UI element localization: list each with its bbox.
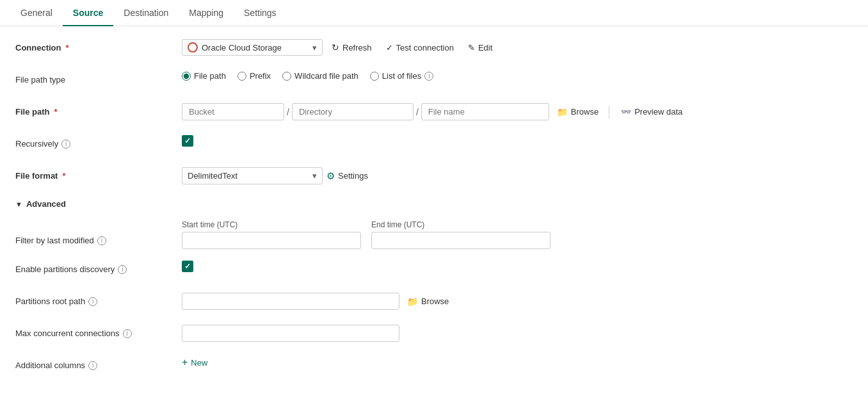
file-path-type-label: File path type [15, 71, 182, 85]
recursively-label: Recursively i [15, 135, 182, 149]
format-chevron-icon: ▾ [312, 171, 317, 181]
file-format-control: DelimitedText ▾ ⚙ Settings [182, 167, 853, 184]
recursively-control [182, 135, 853, 147]
file-path-required: * [54, 107, 57, 117]
start-time-label: Start time (UTC) [182, 220, 361, 229]
utc-row: Start time (UTC) End time (UTC) [182, 220, 551, 249]
advanced-section[interactable]: ▼ Advanced [15, 199, 853, 209]
connection-dropdown[interactable]: Oracle Cloud Storage ▾ [182, 39, 323, 56]
connection-required: * [66, 43, 69, 53]
partitions-root-info-icon[interactable]: i [88, 297, 97, 306]
test-icon: ✓ [386, 43, 393, 53]
tab-source[interactable]: Source [63, 0, 113, 26]
tab-general[interactable]: General [10, 0, 63, 26]
end-time-label: End time (UTC) [371, 220, 551, 229]
end-time-input[interactable] [371, 232, 551, 249]
file-path-type-row: File path type File path Prefix Wildcard… [15, 71, 853, 92]
recursively-row: Recursively i [15, 135, 853, 156]
connection-label: Connection * [15, 39, 182, 53]
partitions-root-label: Partitions root path i [15, 293, 182, 306]
partitions-root-control: 📁 Browse [182, 293, 853, 310]
file-path-group: / / [182, 103, 549, 120]
vertical-divider [609, 106, 609, 118]
enable-partitions-checkbox[interactable] [182, 261, 193, 272]
partitions-folder-icon: 📁 [407, 296, 418, 307]
chevron-down-icon: ▼ [15, 200, 22, 208]
test-connection-button[interactable]: ✓ Test connection [381, 40, 459, 55]
radio-file-path[interactable]: File path [182, 71, 226, 81]
filter-modified-row: Filter by last modified i Start time (UT… [15, 220, 853, 249]
max-connections-input[interactable] [182, 325, 399, 342]
tab-bar: General Source Destination Mapping Setti… [0, 0, 868, 26]
separator-1: / [287, 107, 289, 117]
format-settings-button[interactable]: ⚙ Settings [326, 170, 368, 182]
file-path-row: File path * / / 📁 Browse 👓 Preview data [15, 103, 853, 124]
start-time-input[interactable] [182, 232, 361, 249]
refresh-button[interactable]: ↻ Refresh [326, 40, 377, 55]
start-time-col: Start time (UTC) [182, 220, 361, 249]
enable-partitions-control [182, 261, 853, 272]
bucket-input[interactable] [182, 103, 284, 120]
radio-prefix[interactable]: Prefix [237, 71, 271, 81]
max-connections-info-icon[interactable]: i [123, 329, 132, 338]
filter-modified-control: Start time (UTC) End time (UTC) [182, 220, 853, 249]
refresh-icon: ↻ [332, 42, 339, 53]
enable-partitions-row: Enable partitions discovery i [15, 261, 853, 281]
partitions-root-input[interactable] [182, 293, 399, 310]
additional-columns-info-icon[interactable]: i [88, 361, 97, 370]
file-format-dropdown[interactable]: DelimitedText ▾ [182, 167, 323, 184]
edit-icon: ✎ [468, 43, 475, 53]
folder-icon: 📁 [557, 107, 568, 117]
new-column-button[interactable]: + New [182, 357, 207, 368]
partitions-root-row: Partitions root path i 📁 Browse [15, 293, 853, 313]
oracle-icon [188, 42, 198, 53]
max-connections-control [182, 325, 853, 342]
radio-list-files[interactable]: List of files i [370, 71, 433, 81]
filter-modified-label: Filter by last modified i [15, 220, 182, 245]
edit-button[interactable]: ✎ Edit [463, 40, 497, 55]
separator-2: / [416, 107, 419, 117]
radio-group: File path Prefix Wildcard file path List… [182, 71, 433, 81]
end-time-col: End time (UTC) [371, 220, 551, 249]
connection-row: Connection * Oracle Cloud Storage ▾ ↻ Re… [15, 39, 853, 60]
filter-modified-info-icon[interactable]: i [97, 236, 106, 245]
enable-partitions-info-icon[interactable]: i [118, 265, 127, 274]
browse-button[interactable]: 📁 Browse [553, 104, 602, 120]
form-content: Connection * Oracle Cloud Storage ▾ ↻ Re… [0, 26, 868, 397]
recursively-checkbox[interactable] [182, 135, 193, 147]
max-connections-row: Max concurrent connections i [15, 325, 853, 345]
tab-mapping[interactable]: Mapping [179, 0, 234, 26]
directory-input[interactable] [292, 103, 414, 120]
file-format-row: File format * DelimitedText ▾ ⚙ Settings [15, 167, 853, 188]
preview-data-button[interactable]: 👓 Preview data [616, 104, 687, 119]
preview-icon: 👓 [621, 107, 631, 117]
plus-icon: + [182, 357, 188, 368]
additional-columns-control: + New [182, 357, 853, 368]
file-format-value: DelimitedText [188, 171, 237, 181]
connection-chevron-icon: ▾ [312, 43, 317, 53]
additional-columns-label: Additional columns i [15, 357, 182, 370]
connection-control: Oracle Cloud Storage ▾ ↻ Refresh ✓ Test … [182, 39, 853, 56]
file-format-label: File format * [15, 167, 182, 181]
settings-gear-icon: ⚙ [326, 170, 335, 182]
connection-value: Oracle Cloud Storage [202, 43, 282, 53]
file-path-control: / / 📁 Browse 👓 Preview data [182, 103, 853, 120]
file-path-label: File path * [15, 103, 182, 117]
file-path-type-control: File path Prefix Wildcard file path List… [182, 71, 853, 81]
enable-partitions-label: Enable partitions discovery i [15, 261, 182, 274]
filename-input[interactable] [421, 103, 549, 120]
max-connections-label: Max concurrent connections i [15, 325, 182, 338]
radio-wildcard[interactable]: Wildcard file path [282, 71, 358, 81]
tab-destination[interactable]: Destination [113, 0, 179, 26]
file-format-required: * [62, 171, 65, 181]
additional-columns-row: Additional columns i + New [15, 357, 853, 377]
recursively-info-icon[interactable]: i [61, 140, 70, 149]
list-files-info-icon[interactable]: i [424, 72, 433, 81]
tab-settings[interactable]: Settings [234, 0, 287, 26]
partitions-browse-button[interactable]: 📁 Browse [403, 294, 453, 309]
